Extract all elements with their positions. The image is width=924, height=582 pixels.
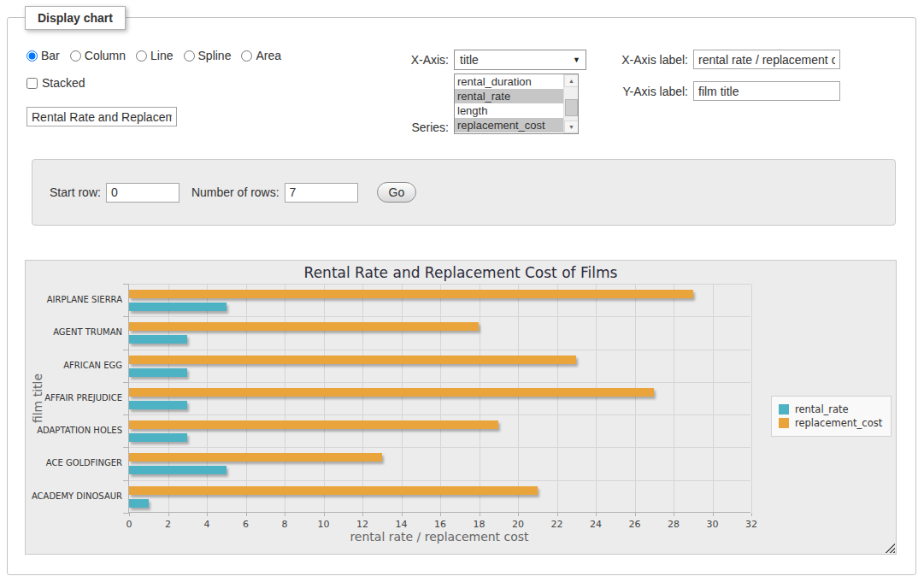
fieldset-legend: Display chart [25,6,126,30]
bar-rental_rate[interactable] [129,335,187,344]
y-tick-mark [123,284,129,285]
bar-replacement_cost[interactable] [129,290,693,298]
bar-row [129,316,750,349]
x-tick-label: 8 [268,519,302,530]
num-rows-label: Number of rows: [191,185,280,199]
bar-replacement_cost[interactable] [129,420,498,429]
chart-type-radio-input-bar[interactable] [26,50,38,62]
bar-replacement_cost[interactable] [129,322,479,331]
legend-item-rental_rate[interactable]: rental_rate [779,403,882,415]
series-select-label: Series: [365,121,449,134]
series-option-replacement_cost[interactable]: replacement_cost [455,118,563,132]
x-tick-mark [207,513,208,516]
category-label: ADAPTATION HOLES [28,414,122,447]
bar-rental_rate[interactable] [129,368,187,377]
chart-title: Rental Rate and Replacement Cost of Film… [26,264,896,281]
series-listbox[interactable]: rental_durationrental_ratelengthreplacem… [454,73,579,134]
x-tick-mark [246,513,247,516]
bar-row [129,480,750,513]
resize-handle-icon[interactable] [885,543,895,553]
gridline [751,284,752,512]
dropdown-arrow-icon: ▼ [573,56,580,64]
y-tick-mark [123,447,129,448]
listbox-scrollbar[interactable]: ▲ ▼ [563,74,578,133]
y-tick-mark [123,414,129,415]
x-tick-label: 2 [151,519,185,530]
x-tick-label: 24 [579,519,613,530]
category-label: ACE GOLDFINGER [28,447,122,479]
bar-rental_rate[interactable] [129,466,227,474]
x-tick-mark [129,513,130,516]
chart-type-radio-spline[interactable]: Spline [184,49,232,62]
legend-swatch [779,418,789,428]
chart-container: Rental Rate and Replacement Cost of Film… [25,260,897,555]
x-tick-mark [480,513,480,516]
category-label: ACADEMY DINOSAUR [28,480,122,513]
chart-type-radio-input-area[interactable] [241,50,252,62]
bar-rental_rate[interactable] [129,401,187,409]
chart-type-radio-bar[interactable]: Bar [26,49,60,62]
category-label: AFFAIR PREJUDICE [28,382,122,414]
start-row-input[interactable] [106,183,180,203]
x-tick-mark [674,513,674,516]
chart-type-radio-label: Area [256,49,281,62]
bar-rental_rate[interactable] [129,499,149,508]
chart-type-radio-input-spline[interactable] [184,50,195,62]
bar-replacement_cost[interactable] [129,453,382,461]
stacked-label: Stacked [42,76,85,90]
x-axis-selected-value: title [460,53,479,67]
bar-replacement_cost[interactable] [129,356,576,364]
series-option-rental_duration[interactable]: rental_duration [455,74,563,89]
x-tick-mark [324,513,325,516]
legend-label: rental_rate [795,403,849,415]
chart-title-input[interactable] [26,107,177,126]
chart-type-radio-input-line[interactable] [136,50,147,62]
plot-area: 02468101214161820222426283032AIRPLANE SI… [128,284,750,513]
bar-row [129,284,750,316]
y-axis-label-input[interactable] [693,81,840,101]
stacked-checkbox[interactable] [26,78,38,89]
x-tick-mark [285,513,285,516]
x-axis-label-input[interactable] [693,50,840,69]
x-tick-label: 0 [112,519,146,530]
chart-type-radio-line[interactable]: Line [136,49,173,62]
display-chart-fieldset: Display chart BarColumnLineSplineArea St… [7,17,916,575]
category-label: AFRICAN EGG [28,350,122,382]
go-button[interactable]: Go [377,182,417,203]
x-axis-select[interactable]: title ▼ [454,50,586,70]
bar-rental_rate[interactable] [129,433,187,442]
x-axis-label-label: X-Axis label: [586,53,688,67]
chart-type-radio-area[interactable]: Area [241,49,281,62]
scrollbar-thumb[interactable] [565,99,578,116]
chart-type-radio-label: Line [150,49,173,62]
x-tick-label: 16 [423,519,457,530]
x-tick-label: 10 [307,519,341,530]
chart-type-radio-label: Bar [41,49,60,62]
category-label: AIRPLANE SIERRA [28,284,122,316]
row-controls-panel: Start row: Number of rows: Go [32,159,896,226]
x-tick-label: 26 [618,519,652,530]
legend-item-replacement_cost[interactable]: replacement_cost [779,417,882,429]
x-tick-mark [168,513,169,516]
scrollbar-up-icon[interactable]: ▲ [564,74,579,87]
legend-swatch [779,404,789,414]
chart-x-axis-title: rental rate / replacement cost [128,530,750,544]
series-option-rental_rate[interactable]: rental_rate [455,89,563,103]
num-rows-input[interactable] [285,183,358,203]
scrollbar-down-icon[interactable]: ▼ [564,121,579,133]
bar-replacement_cost[interactable] [129,486,538,495]
x-tick-mark [713,513,714,516]
series-options: rental_durationrental_ratelengthreplacem… [455,74,563,133]
bar-rental_rate[interactable] [129,303,227,311]
x-tick-mark [751,513,752,516]
y-tick-mark [123,350,129,350]
x-tick-label: 22 [540,519,574,530]
x-tick-label: 6 [229,519,263,530]
chart-type-radio-column[interactable]: Column [70,49,126,62]
bar-replacement_cost[interactable] [129,388,654,397]
chart-type-radio-input-column[interactable] [70,50,81,62]
y-tick-mark [123,316,129,317]
x-tick-mark [402,513,403,516]
series-option-length[interactable]: length [455,103,563,118]
y-tick-mark [123,480,129,481]
